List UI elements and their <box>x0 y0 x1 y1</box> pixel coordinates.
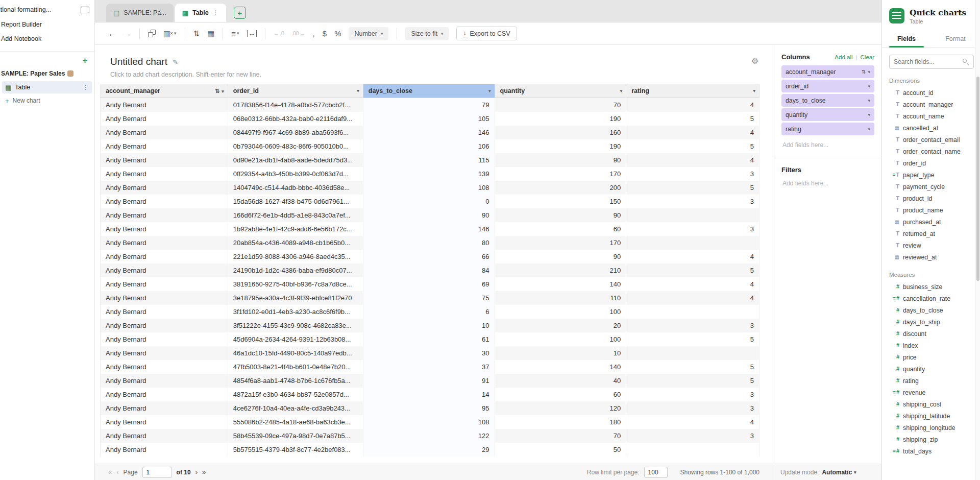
row-limit-input[interactable] <box>644 467 668 478</box>
cell-account_manager[interactable]: Andy Bernard <box>101 401 228 415</box>
measure-shipping_longitude[interactable]: #shipping_longitude <box>882 422 980 434</box>
cell-days_to_close[interactable]: 108 <box>363 181 495 195</box>
chevron-down-icon[interactable]: ▾ <box>868 127 870 132</box>
size-to-fit-dropdown[interactable]: Size to fit ▾ <box>405 27 449 40</box>
cell-account_manager[interactable]: Andy Bernard <box>101 277 228 291</box>
cell-days_to_close[interactable]: 14 <box>363 388 495 401</box>
cell-rating[interactable]: 5 <box>626 332 760 346</box>
tab-format[interactable]: Format <box>931 32 980 47</box>
column-header-days_to_close[interactable]: days_to_close▾ <box>363 84 495 98</box>
dimension-order_contact_name[interactable]: Torder_contact_name <box>882 146 980 157</box>
cell-days_to_close[interactable]: 115 <box>363 153 495 167</box>
cell-account_manager[interactable]: Andy Bernard <box>101 153 228 167</box>
tab-fields[interactable]: Fields <box>882 32 931 47</box>
chevron-down-icon[interactable]: ▾ <box>868 84 870 89</box>
measure-days_to_ship[interactable]: #days_to_ship <box>882 316 980 328</box>
duplicate-button[interactable] <box>148 30 156 37</box>
new-tab-button[interactable]: + <box>234 7 246 19</box>
cell-days_to_close[interactable]: 146 <box>363 222 495 236</box>
filters-add-fields-placeholder[interactable]: Add fields here... <box>781 180 874 187</box>
column-header-rating[interactable]: rating▾ <box>626 84 760 98</box>
column-options-button[interactable]: ▥×▾ <box>163 30 177 37</box>
sidebar-item-report-builder[interactable]: Report Builder <box>0 17 94 32</box>
sidebar-item-add-notebook[interactable]: Add Notebook <box>0 32 94 46</box>
cell-order_id[interactable]: 3f51222e-4155-43c9-908c-4682ca83e... <box>228 319 363 332</box>
cell-account_manager[interactable]: Andy Bernard <box>101 415 228 429</box>
chevron-down-icon[interactable]: ▾ <box>868 69 870 75</box>
currency-format-button[interactable]: $ <box>323 30 327 37</box>
dimension-purchased_at[interactable]: ▦purchased_at <box>882 216 980 228</box>
cell-account_manager[interactable]: Andy Bernard <box>101 112 228 126</box>
cell-order_id[interactable]: 4854f6a8-aab1-4748-b7b6-1c676fb5a... <box>228 374 363 388</box>
cell-quantity[interactable]: 50 <box>495 443 626 457</box>
cell-quantity[interactable]: 210 <box>495 263 626 277</box>
cell-rating[interactable]: 5 <box>626 112 760 126</box>
dimension-account_name[interactable]: Taccount_name <box>882 110 980 122</box>
edit-title-icon[interactable]: ✎ <box>173 58 178 66</box>
cell-rating[interactable]: 4 <box>626 98 760 112</box>
dimension-review[interactable]: Treview <box>882 239 980 251</box>
cell-quantity[interactable]: 200 <box>495 181 626 195</box>
cell-quantity[interactable]: 180 <box>495 415 626 429</box>
cell-quantity[interactable]: 100 <box>495 305 626 319</box>
cell-order_id[interactable]: 221e1d59-8088-4306-a946-8aed4c35... <box>228 250 363 263</box>
dimension-payment_cycle[interactable]: Tpayment_cycle <box>882 181 980 193</box>
cell-order_id[interactable]: 20ab854a-c436-4089-a948-cb1b65b0... <box>228 236 363 250</box>
cell-order_id[interactable]: 47fb5003-8e21-4f4b-b601-0e48e7b20... <box>228 360 363 374</box>
cell-order_id[interactable]: 0d90e21a-db1f-4ab8-aade-5dedd75d3... <box>228 153 363 167</box>
cell-order_id[interactable]: 38191650-9275-40bf-b936-7c8a7d8ce... <box>228 277 363 291</box>
cell-rating[interactable]: 3 <box>626 401 760 415</box>
cell-days_to_close[interactable]: 10 <box>363 319 495 332</box>
cell-account_manager[interactable]: Andy Bernard <box>101 181 228 195</box>
cell-rating[interactable]: 5 <box>626 374 760 388</box>
cell-order_id[interactable]: 084497f9-f967-4c69-8b89-aba5693f6... <box>228 126 363 139</box>
measure-days_to_close[interactable]: #days_to_close <box>882 304 980 316</box>
cell-days_to_close[interactable]: 139 <box>363 167 495 181</box>
cell-quantity[interactable]: 10 <box>495 346 626 360</box>
measure-business_size[interactable]: #business_size <box>882 281 980 293</box>
dimension-product_name[interactable]: Tproduct_name <box>882 204 980 216</box>
cell-quantity[interactable]: 20 <box>495 319 626 332</box>
column-header-account_manager[interactable]: account_manager⇅▾ <box>101 84 228 98</box>
column-pill-quantity[interactable]: quantity▾ <box>781 108 874 121</box>
prev-page-button[interactable]: ‹ <box>116 468 118 476</box>
dimension-returned_at[interactable]: Treturned_at <box>882 228 980 239</box>
update-mode-dropdown[interactable]: Automatic ▾ <box>822 469 856 476</box>
measure-quantity[interactable]: #quantity <box>882 363 980 375</box>
dimension-account_manager[interactable]: Taccount_manager <box>882 99 980 110</box>
cell-account_manager[interactable]: Andy Bernard <box>101 332 228 346</box>
wrap-text-button[interactable]: ↔ <box>247 30 257 37</box>
cell-order_id[interactable]: 3f1fd102-e0d1-4eb3-a230-ac8c6f6f9b... <box>228 305 363 319</box>
cell-days_to_close[interactable]: 29 <box>363 443 495 457</box>
cell-quantity[interactable]: 170 <box>495 167 626 181</box>
cell-order_id[interactable]: 24190b1d-1d2c-4386-baba-ef9d80c07... <box>228 263 363 277</box>
cell-quantity[interactable]: 90 <box>495 208 626 222</box>
cell-account_manager[interactable]: Andy Bernard <box>101 374 228 388</box>
cell-quantity[interactable]: 140 <box>495 277 626 291</box>
cell-account_manager[interactable]: Andy Bernard <box>101 98 228 112</box>
decrease-decimal-button[interactable]: ←.0 <box>274 31 284 36</box>
back-button[interactable]: ← <box>108 30 116 37</box>
cell-rating[interactable]: 5 <box>626 360 760 374</box>
cell-rating[interactable]: 5 <box>626 139 760 153</box>
cell-rating[interactable]: 3 <box>626 388 760 401</box>
cell-order_id[interactable]: 068e0312-66bb-432a-bab0-e2116daf9... <box>228 112 363 126</box>
cell-account_manager[interactable]: Andy Bernard <box>101 208 228 222</box>
cell-days_to_close[interactable]: 108 <box>363 415 495 429</box>
cell-quantity[interactable]: 190 <box>495 139 626 153</box>
cell-account_manager[interactable]: Andy Bernard <box>101 126 228 139</box>
cell-days_to_close[interactable]: 6 <box>363 305 495 319</box>
cell-rating[interactable] <box>626 443 760 457</box>
cell-rating[interactable]: 3 <box>626 195 760 208</box>
cell-order_id[interactable]: 3e18795e-a30a-4c3f-9f39-ebfce81f2e70 <box>228 291 363 305</box>
table-display-button[interactable]: ▦ <box>207 30 214 37</box>
column-pill-rating[interactable]: rating▾ <box>781 123 874 135</box>
chart-title[interactable]: Untitled chart <box>110 56 167 67</box>
cell-order_id[interactable]: 45d6904a-2634-4264-9391-12b63b08... <box>228 332 363 346</box>
measure-index[interactable]: #index <box>882 340 980 351</box>
sort-button[interactable]: ⇅ <box>193 30 200 37</box>
tab-table[interactable]: ▦ Table ⋮ <box>175 4 226 22</box>
cell-days_to_close[interactable]: 106 <box>363 139 495 153</box>
scrollbar-thumb[interactable] <box>976 77 979 281</box>
cell-order_id[interactable]: 0b793046-0609-483c-86f6-905010b0... <box>228 139 363 153</box>
